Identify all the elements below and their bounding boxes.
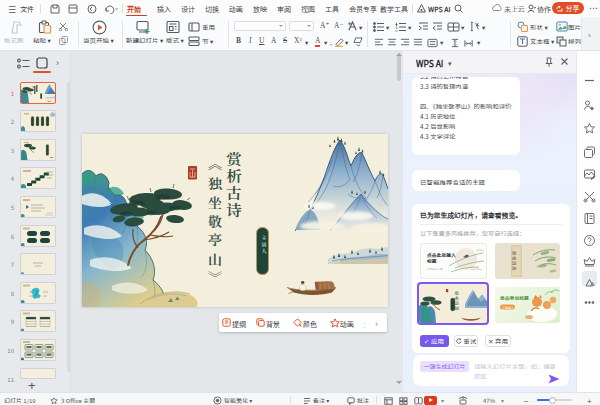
svg-text:点击输入: 点击输入 xyxy=(502,305,514,309)
svg-text:单击添加: 单击添加 xyxy=(453,291,459,311)
svg-text:点击输入标题: 点击输入标题 xyxy=(427,267,443,271)
svg-text:单击添加: 单击添加 xyxy=(511,251,517,271)
svg-text:单击添加标题: 单击添加标题 xyxy=(500,294,529,301)
svg-text:标题: 标题 xyxy=(427,257,437,264)
